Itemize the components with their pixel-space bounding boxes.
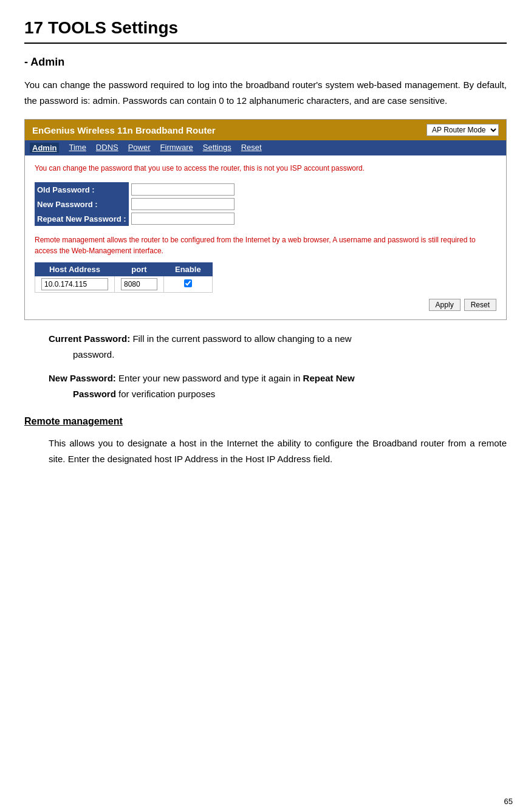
apply-button[interactable]: Apply — [429, 299, 461, 311]
nav-ddns[interactable]: DDNS — [96, 143, 118, 153]
remote-table: Host Address port Enable — [35, 262, 213, 293]
password-form: Old Password : New Password : Repeat New… — [35, 182, 237, 226]
router-header-title: EnGenius Wireless 11n Broadband Router — [32, 125, 216, 135]
remote-management-desc: This allows you to designate a host in t… — [49, 435, 507, 466]
current-password-def-body: Current Password: Fill in the current pa… — [49, 331, 507, 362]
old-password-row: Old Password : — [35, 182, 237, 197]
repeat-password-input[interactable] — [131, 213, 235, 225]
admin-section-title: - Admin — [24, 56, 507, 69]
nav-settings[interactable]: Settings — [203, 143, 231, 153]
port-cell — [115, 276, 164, 293]
remote-info-text: Remote management allows the router to b… — [35, 234, 496, 256]
enable-cell — [164, 276, 213, 293]
password-bold: Password — [73, 389, 116, 399]
old-password-label: Old Password : — [35, 182, 129, 197]
remote-table-row — [35, 276, 213, 293]
router-mode-select[interactable]: AP Router Mode — [427, 124, 499, 136]
enable-checkbox[interactable] — [184, 279, 192, 287]
current-password-desc: Fill in the current password to allow ch… — [132, 333, 351, 344]
router-body: You can change the password that you use… — [25, 155, 506, 319]
remote-management-title: Remote management — [24, 416, 507, 427]
new-password-desc2: Password for verification purposes — [73, 389, 215, 399]
new-password-term: New Password: — [49, 373, 116, 383]
old-password-input[interactable] — [131, 183, 235, 196]
port-input[interactable] — [121, 278, 157, 290]
repeat-password-row: Repeat New Password : — [35, 211, 237, 226]
new-password-desc: Enter your new password and type it agai… — [118, 373, 355, 383]
remote-table-header-row: Host Address port Enable — [35, 263, 213, 276]
router-header: EnGenius Wireless 11n Broadband Router A… — [25, 120, 506, 140]
host-address-cell — [35, 276, 115, 293]
host-address-input[interactable] — [41, 278, 108, 290]
nav-firmware[interactable]: Firmware — [160, 143, 193, 153]
apply-reset-row: Apply Reset — [35, 299, 496, 311]
remote-management-body: This allows you to designate a host in t… — [49, 435, 507, 466]
nav-power[interactable]: Power — [128, 143, 151, 153]
repeat-password-label: Repeat New Password : — [35, 211, 129, 226]
enable-header: Enable — [164, 263, 213, 276]
nav-time[interactable]: Time — [69, 143, 86, 153]
router-nav: Admin Time DDNS Power Firmware Settings … — [25, 140, 506, 155]
admin-description: You can change the password required to … — [24, 77, 507, 108]
new-password-input[interactable] — [131, 198, 235, 210]
admin-info-text: You can change the password that you use… — [35, 163, 496, 174]
current-password-def: Current Password: Fill in the current pa… — [24, 331, 507, 362]
nav-reset[interactable]: Reset — [241, 143, 262, 153]
new-password-row: New Password : — [35, 197, 237, 211]
nav-admin[interactable]: Admin — [30, 143, 59, 153]
reset-button[interactable]: Reset — [464, 299, 496, 311]
new-password-def-body: New Password: Enter your new password an… — [49, 370, 507, 401]
current-password-desc2: password. — [73, 349, 114, 360]
current-password-term: Current Password: — [49, 333, 130, 344]
new-password-label: New Password : — [35, 197, 129, 211]
repeat-new-password-bold: Repeat New — [303, 373, 355, 383]
new-password-def: New Password: Enter your new password an… — [24, 370, 507, 401]
router-ui-box: EnGenius Wireless 11n Broadband Router A… — [24, 119, 507, 320]
page-title: 17 TOOLS Settings — [24, 18, 507, 38]
port-header: port — [115, 263, 164, 276]
host-address-header: Host Address — [35, 263, 115, 276]
title-divider — [24, 43, 507, 44]
